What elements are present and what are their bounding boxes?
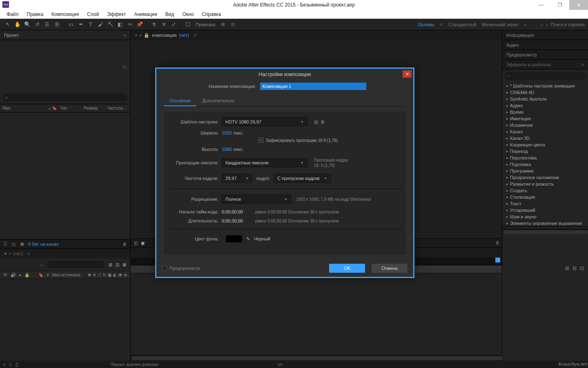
fx-category[interactable]: CINEMA 4D: [502, 89, 588, 96]
source-name-col[interactable]: Имя источника: [52, 273, 80, 277]
switch-icon[interactable]: ◐: [113, 273, 117, 277]
tl-opt3-icon[interactable]: ⊞: [122, 262, 126, 267]
cancel-button[interactable]: Отмена: [372, 264, 408, 273]
stamp-tool-icon[interactable]: ⛏: [106, 20, 115, 29]
shape-tool-icon[interactable]: ▭: [67, 20, 76, 29]
footer-icon[interactable]: ◫: [134, 241, 138, 245]
eyedropper-icon[interactable]: ✎: [246, 236, 250, 242]
fx-category[interactable]: Искажение: [502, 122, 588, 128]
fx-search-input[interactable]: [505, 72, 586, 80]
width-value[interactable]: 1920: [222, 130, 232, 135]
minimize-button[interactable]: —: [532, 0, 550, 10]
snap-opt2-icon[interactable]: ⊡: [228, 20, 237, 29]
selection-tool-icon[interactable]: ↖: [3, 20, 12, 29]
workspace-tab-small[interactable]: Маленький экран: [482, 22, 519, 27]
eye-icon[interactable]: 👁: [3, 273, 7, 277]
fx-category[interactable]: Элементы управления выражения: [502, 220, 588, 227]
panel-menu-icon[interactable]: ≡: [27, 251, 30, 256]
preview-panel-tab[interactable]: Предпросмотр: [506, 52, 537, 57]
project-search-input[interactable]: [2, 93, 128, 101]
status-icon[interactable]: {}: [16, 362, 18, 367]
panel-menu-icon[interactable]: ≡: [194, 33, 196, 38]
maximize-button[interactable]: ❐: [550, 0, 569, 10]
footer-icon[interactable]: ▣: [141, 241, 145, 245]
par-select[interactable]: Квадратные пиксели: [222, 158, 307, 167]
workspace-more[interactable]: »: [524, 22, 526, 27]
fx-category[interactable]: Подложка: [502, 161, 588, 168]
menu-Файл[interactable]: Файл: [2, 11, 23, 18]
axis-view-icon[interactable]: ⤢: [169, 20, 178, 29]
fx-category[interactable]: Создать: [502, 187, 588, 194]
bin-icon[interactable]: 🗀: [122, 65, 127, 70]
workspace-tab-basics[interactable]: Основы: [418, 22, 434, 27]
audio-icon[interactable]: 🔊: [11, 273, 16, 277]
menu-Справка[interactable]: Справка: [198, 11, 225, 18]
puppet-tool-icon[interactable]: 📌: [135, 20, 144, 29]
switch-icon[interactable]: ⊕: [124, 273, 127, 277]
graph-icon[interactable]: ⊡: [580, 265, 584, 271]
close-button[interactable]: ✕: [569, 0, 588, 10]
switch-icon[interactable]: ⬡: [98, 273, 101, 277]
comp-icon[interactable]: ▣: [20, 241, 24, 247]
fx-category[interactable]: Канал: [502, 128, 588, 135]
brush-tool-icon[interactable]: 🖌: [96, 20, 105, 29]
axis-local-icon[interactable]: ↯: [149, 20, 158, 29]
fx-category[interactable]: Имитация: [502, 115, 588, 122]
bit-depth[interactable]: 8 бит на канал: [28, 242, 59, 247]
menu-Вид[interactable]: Вид: [161, 11, 178, 18]
zoom-tool-icon[interactable]: 🔍: [23, 20, 32, 29]
fps-select[interactable]: 29,97: [222, 174, 252, 183]
dialog-close-button[interactable]: ✕: [403, 70, 412, 78]
trash-icon[interactable]: 🗑: [122, 242, 127, 247]
fx-category[interactable]: Перспектива: [502, 155, 588, 161]
res-select[interactable]: Полное: [222, 195, 291, 204]
timeline-close[interactable]: ×: [4, 251, 7, 256]
comp-name-input[interactable]: [260, 83, 366, 90]
folder-icon[interactable]: 🗀: [11, 242, 16, 247]
save-preset-icon[interactable]: ▥: [314, 119, 318, 125]
timeline-scroll[interactable]: [131, 355, 502, 361]
interpret-icon[interactable]: ☲: [3, 241, 7, 247]
tl-opt2-icon[interactable]: ⊡: [116, 262, 119, 267]
eraser-tool-icon[interactable]: ◧: [116, 20, 125, 29]
pen-tool-icon[interactable]: ✒: [76, 20, 85, 29]
switch-icon[interactable]: ▣: [108, 273, 111, 277]
panel-menu-icon[interactable]: ≡: [581, 62, 584, 67]
menu-Слой[interactable]: Слой: [83, 11, 103, 18]
col-freq[interactable]: Частота...: [107, 106, 128, 110]
switch-icon[interactable]: fx: [103, 273, 106, 277]
fx-category[interactable]: Текст: [502, 200, 588, 207]
rotate-tool-icon[interactable]: ↺: [33, 20, 42, 29]
bg-color-swatch[interactable]: [226, 235, 242, 242]
fx-category[interactable]: Размытие и резкость: [502, 181, 588, 187]
fx-category[interactable]: Переход: [502, 148, 588, 155]
type-tool-icon[interactable]: T: [86, 20, 95, 29]
roto-tool-icon[interactable]: ✑: [125, 20, 134, 29]
graph-icon[interactable]: ⊞: [565, 265, 569, 271]
switch-icon[interactable]: ◓: [118, 273, 122, 277]
tl-opt1-icon[interactable]: ⊟: [109, 262, 112, 267]
panel-menu-icon[interactable]: ≡: [124, 33, 126, 38]
graph-icon[interactable]: ⊟: [572, 265, 577, 271]
menu-Эффект[interactable]: Эффект: [103, 11, 130, 18]
fx-category[interactable]: Прозрачное наложение: [502, 174, 588, 181]
menu-Правка[interactable]: Правка: [23, 11, 48, 18]
anchor-tool-icon[interactable]: ⦿: [52, 20, 61, 29]
snap-opt1-icon[interactable]: ⊞: [218, 20, 227, 29]
zoom-value[interactable]: 0: [496, 241, 499, 245]
tab-advanced[interactable]: Дополнительно: [196, 96, 240, 106]
col-name[interactable]: Имя: [2, 106, 45, 110]
fx-category[interactable]: Время: [502, 109, 588, 115]
fx-category[interactable]: * Шаблоны настроек анимации: [502, 83, 588, 89]
delete-preset-icon[interactable]: 🗑: [321, 119, 325, 124]
col-size[interactable]: Размер: [84, 106, 104, 110]
height-value[interactable]: 1080: [222, 147, 232, 152]
timeline-tab-none[interactable]: (нет): [13, 251, 23, 256]
preset-select[interactable]: HDTV 1080 29,97: [222, 117, 307, 126]
home-icon[interactable]: ⌂: [540, 22, 543, 27]
fx-category[interactable]: Synthetic Aperture: [502, 96, 588, 102]
tab-basic[interactable]: Основные: [164, 96, 196, 106]
project-search[interactable]: [2, 93, 128, 101]
label-icon[interactable]: 🔖: [38, 273, 43, 277]
col-type[interactable]: Тип: [60, 106, 80, 110]
